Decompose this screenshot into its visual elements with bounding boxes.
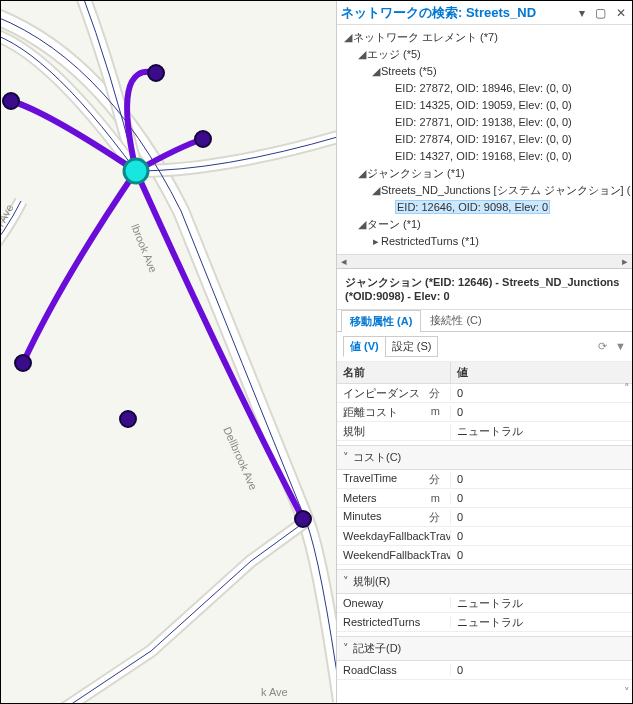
property-value[interactable]: 0 bbox=[451, 406, 632, 418]
map-svg: lbrook Ave Dellbrook Ave n Ave k Ave bbox=[1, 1, 336, 703]
property-name: 規制 bbox=[343, 424, 365, 439]
scroll-left-icon[interactable]: ◂ bbox=[337, 255, 351, 268]
svg-point-5 bbox=[295, 511, 311, 527]
detail-tabs: 移動属性 (A) 接続性 (C) bbox=[337, 310, 632, 332]
property-row[interactable]: TravelTime分0 bbox=[337, 470, 632, 489]
tree-street-row[interactable]: EID: 27872, OID: 18946, Elev: (0, 0) bbox=[343, 80, 632, 97]
property-value[interactable]: ニュートラル bbox=[451, 615, 632, 630]
chevron-down-icon: ˅ bbox=[343, 642, 349, 655]
tree-turns-group[interactable]: ◢ターン (*1) bbox=[343, 216, 632, 233]
network-elements-tree[interactable]: ◢ネットワーク エレメント (*7) ◢エッジ (*5) ◢Streets (*… bbox=[337, 25, 632, 254]
chevron-down-icon: ˅ bbox=[343, 451, 349, 464]
restore-icon[interactable]: ▢ bbox=[593, 6, 608, 20]
tree-streets[interactable]: ◢Streets (*5) bbox=[343, 63, 632, 80]
property-name: Minutes bbox=[343, 510, 382, 525]
subtab-settings[interactable]: 設定 (S) bbox=[385, 336, 439, 357]
tree-street-row[interactable]: EID: 14327, OID: 19168, Elev: (0, 0) bbox=[343, 148, 632, 165]
map-canvas[interactable]: lbrook Ave Dellbrook Ave n Ave k Ave bbox=[1, 1, 336, 703]
property-name: Oneway bbox=[343, 597, 383, 609]
property-unit bbox=[440, 664, 444, 676]
property-value[interactable]: 0 bbox=[451, 473, 632, 485]
property-row[interactable]: RoadClass0 bbox=[337, 661, 632, 680]
property-unit: 分 bbox=[429, 472, 444, 487]
tree-junction-row-selected[interactable]: EID: 12646, OID: 9098, Elev: 0 bbox=[343, 199, 632, 216]
scroll-down-icon[interactable]: ˅ bbox=[624, 686, 630, 699]
tab-connectivity[interactable]: 接続性 (C) bbox=[421, 309, 490, 331]
property-unit: 分 bbox=[429, 386, 444, 401]
tree-junction-layer[interactable]: ◢Streets_ND_Junctions [システム ジャンクション] ( bbox=[343, 182, 632, 199]
property-value[interactable]: ニュートラル bbox=[451, 596, 632, 611]
property-row[interactable]: インピーダンス分0 bbox=[337, 384, 632, 403]
property-row[interactable]: Metersm0 bbox=[337, 489, 632, 508]
chevron-down-icon: ˅ bbox=[343, 575, 349, 588]
property-unit bbox=[440, 597, 444, 609]
property-name: WeekendFallbackTravelT bbox=[343, 549, 451, 561]
property-row[interactable]: 距離コストm0 bbox=[337, 403, 632, 422]
property-row[interactable]: RestrictedTurnsニュートラル bbox=[337, 613, 632, 632]
filter-icon[interactable]: ▼ bbox=[615, 340, 626, 353]
panel-header: ネットワークの検索: Streets_ND ▾ ▢ ✕ bbox=[337, 1, 632, 25]
property-value[interactable]: 0 bbox=[451, 664, 632, 676]
tree-edges-group[interactable]: ◢エッジ (*5) bbox=[343, 46, 632, 63]
property-name: TravelTime bbox=[343, 472, 397, 487]
property-row[interactable]: WeekdayFallbackTravelT0 bbox=[337, 527, 632, 546]
property-value[interactable]: 0 bbox=[451, 511, 632, 523]
property-unit bbox=[440, 424, 444, 439]
property-value[interactable]: ニュートラル bbox=[451, 424, 632, 439]
horizontal-scrollbar[interactable]: ◂ ▸ bbox=[337, 254, 632, 268]
property-name: WeekdayFallbackTravelT bbox=[343, 530, 451, 542]
property-unit: m bbox=[431, 405, 444, 420]
svg-point-4 bbox=[120, 411, 136, 427]
detail-header: ジャンクション (*EID: 12646) - Streets_ND_Junct… bbox=[337, 269, 632, 310]
tree-root[interactable]: ◢ネットワーク エレメント (*7) bbox=[343, 29, 632, 46]
scroll-right-icon[interactable]: ▸ bbox=[618, 255, 632, 268]
dropdown-icon[interactable]: ▾ bbox=[577, 6, 587, 20]
close-icon[interactable]: ✕ bbox=[614, 6, 628, 20]
tree-street-row[interactable]: EID: 27874, OID: 19167, Elev: (0, 0) bbox=[343, 131, 632, 148]
col-header-value[interactable]: 値 bbox=[451, 362, 632, 383]
tree-street-row[interactable]: EID: 27871, OID: 19138, Elev: (0, 0) bbox=[343, 114, 632, 131]
property-value[interactable]: 0 bbox=[451, 492, 632, 504]
tab-attributes[interactable]: 移動属性 (A) bbox=[341, 310, 421, 332]
property-row[interactable]: WeekendFallbackTravelT0 bbox=[337, 546, 632, 565]
panel-title: ネットワークの検索: Streets_ND bbox=[341, 4, 577, 22]
property-name: 距離コスト bbox=[343, 405, 398, 420]
tree-street-row[interactable]: EID: 14325, OID: 19059, Elev: (0, 0) bbox=[343, 97, 632, 114]
property-group-header[interactable]: ˅コスト(C) bbox=[337, 445, 632, 470]
property-unit: m bbox=[431, 492, 444, 504]
svg-point-1 bbox=[195, 131, 211, 147]
street-label: Dellbrook Ave bbox=[221, 425, 259, 492]
street-label: k Ave bbox=[261, 686, 288, 698]
property-value[interactable]: 0 bbox=[451, 549, 632, 561]
property-row[interactable]: Onewayニュートラル bbox=[337, 594, 632, 613]
property-name: RestrictedTurns bbox=[343, 616, 420, 628]
scroll-up-icon[interactable]: ˄ bbox=[624, 382, 630, 395]
tree-junctions-group[interactable]: ◢ジャンクション (*1) bbox=[343, 165, 632, 182]
property-unit bbox=[440, 616, 444, 628]
street-label: lbrook Ave bbox=[129, 222, 159, 274]
property-name: Meters bbox=[343, 492, 377, 504]
properties-grid[interactable]: ˄ 名前 値 インピーダンス分0距離コストm0規制ニュートラル˅コスト(C)Tr… bbox=[337, 362, 632, 703]
svg-point-0 bbox=[148, 65, 164, 81]
svg-point-3 bbox=[15, 355, 31, 371]
property-name: RoadClass bbox=[343, 664, 397, 676]
property-value[interactable]: 0 bbox=[451, 387, 632, 399]
tree-turns-layer[interactable]: ▸RestrictedTurns (*1) bbox=[343, 233, 632, 250]
property-row[interactable]: Minutes分0 bbox=[337, 508, 632, 527]
property-row[interactable]: 規制ニュートラル bbox=[337, 422, 632, 441]
property-group-header[interactable]: ˅規制(R) bbox=[337, 569, 632, 594]
property-group-header[interactable]: ˅記述子(D) bbox=[337, 636, 632, 661]
property-value[interactable]: 0 bbox=[451, 530, 632, 542]
subtab-values[interactable]: 値 (V) bbox=[343, 336, 386, 357]
property-unit: 分 bbox=[429, 510, 444, 525]
svg-point-6 bbox=[124, 159, 148, 183]
property-name: インピーダンス bbox=[343, 386, 420, 401]
col-header-name[interactable]: 名前 bbox=[337, 362, 451, 383]
refresh-icon[interactable]: ⟳ bbox=[598, 340, 607, 353]
svg-point-2 bbox=[3, 93, 19, 109]
